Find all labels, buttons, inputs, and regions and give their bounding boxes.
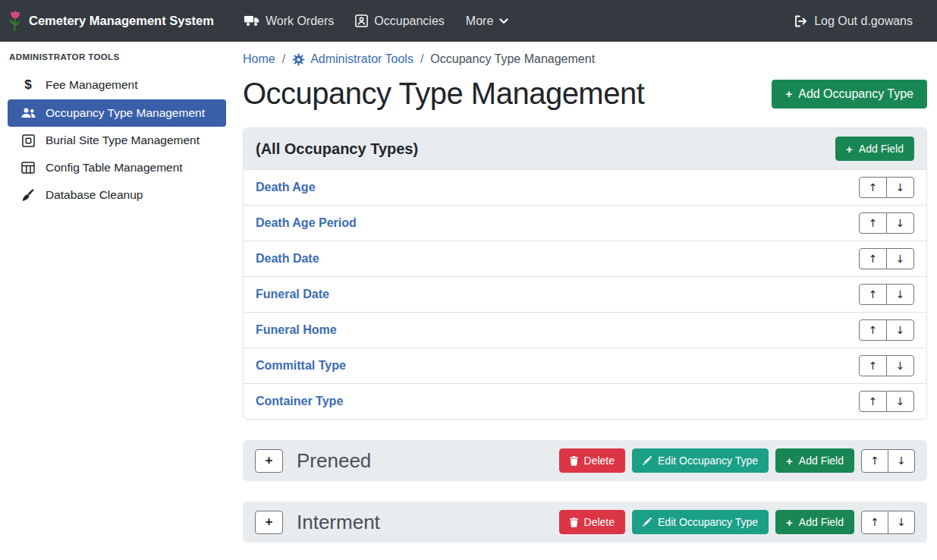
field-link-death-age-period[interactable]: Death Age Period bbox=[256, 216, 357, 230]
delete-label: Delete bbox=[584, 516, 615, 528]
occupancy-type-section-preneed: + Preneed Delete bbox=[243, 440, 927, 481]
add-field-button[interactable]: + Add Field bbox=[775, 448, 854, 473]
move-down-button[interactable]: ↓ bbox=[886, 248, 914, 269]
nav-occupancies[interactable]: Occupancies bbox=[344, 8, 455, 34]
sidebar-item-fee-management[interactable]: $ Fee Management bbox=[8, 71, 226, 99]
sidebar-item-burial-site-type-management[interactable]: Burial Site Type Management bbox=[8, 127, 226, 154]
reorder-group: ↑ ↓ bbox=[861, 449, 915, 473]
work-orders-truck-icon bbox=[244, 15, 259, 27]
reorder-group: ↑ ↓ bbox=[859, 391, 914, 412]
move-down-button[interactable]: ↓ bbox=[886, 391, 914, 412]
logout-link[interactable]: Log Out d.gowans bbox=[784, 8, 923, 34]
nav-more[interactable]: More bbox=[455, 8, 519, 34]
arrow-up-icon: ↑ bbox=[869, 395, 878, 407]
sidebar-item-label: Burial Site Type Management bbox=[46, 134, 200, 147]
field-row: Death Age Period ↑ ↓ bbox=[244, 205, 926, 241]
add-field-button[interactable]: + Add Field bbox=[835, 137, 914, 161]
edit-occupancy-type-button[interactable]: Edit Occupancy Type bbox=[632, 448, 769, 473]
move-up-button[interactable]: ↑ bbox=[861, 449, 888, 473]
move-down-button[interactable]: ↓ bbox=[886, 177, 914, 198]
reorder-group: ↑ ↓ bbox=[859, 177, 914, 198]
move-up-button[interactable]: ↑ bbox=[859, 177, 887, 198]
plus-icon: + bbox=[786, 455, 793, 467]
expand-section-button[interactable]: + bbox=[255, 449, 283, 473]
move-up-button[interactable]: ↑ bbox=[859, 355, 887, 376]
field-link-committal-type[interactable]: Committal Type bbox=[256, 359, 346, 373]
dollar-icon: $ bbox=[20, 77, 36, 93]
field-link-funeral-date[interactable]: Funeral Date bbox=[256, 288, 329, 301]
all-occupancy-types-header: (All Occupancy Types) + Add Field bbox=[244, 128, 926, 170]
occupancies-frame-icon bbox=[355, 14, 368, 27]
arrow-up-icon: ↑ bbox=[869, 360, 878, 372]
add-field-label: Add Field bbox=[799, 516, 844, 528]
move-down-button[interactable]: ↓ bbox=[886, 355, 914, 376]
plus-icon: + bbox=[266, 514, 273, 530]
add-occupancy-type-label: Add Occupancy Type bbox=[798, 87, 913, 101]
move-up-button[interactable]: ↑ bbox=[859, 319, 887, 341]
arrow-down-icon: ↓ bbox=[897, 455, 906, 467]
arrow-down-icon: ↓ bbox=[896, 288, 905, 300]
field-row: Funeral Home ↑ ↓ bbox=[244, 312, 926, 348]
main-content: Home / Administrator Tools bbox=[234, 42, 937, 560]
move-up-button[interactable]: ↑ bbox=[859, 391, 887, 412]
move-down-button[interactable]: ↓ bbox=[886, 284, 914, 305]
move-up-button[interactable]: ↑ bbox=[859, 284, 887, 305]
field-link-container-type[interactable]: Container Type bbox=[256, 395, 343, 408]
arrow-up-icon: ↑ bbox=[870, 516, 879, 528]
nav-work-orders-label: Work Orders bbox=[266, 14, 334, 28]
field-link-funeral-home[interactable]: Funeral Home bbox=[256, 323, 337, 337]
sidebar-item-occupancy-type-management[interactable]: Occupancy Type Management bbox=[8, 99, 226, 127]
move-down-button[interactable]: ↓ bbox=[888, 449, 915, 473]
add-field-button[interactable]: + Add Field bbox=[775, 510, 854, 534]
app-brand[interactable]: Cemetery Management System bbox=[8, 10, 214, 33]
field-link-death-age[interactable]: Death Age bbox=[256, 181, 316, 194]
arrow-down-icon: ↓ bbox=[896, 217, 905, 229]
breadcrumb-separator: / bbox=[282, 52, 285, 66]
delete-button[interactable]: Delete bbox=[559, 448, 625, 473]
sidebar-item-config-table-management[interactable]: Config Table Management bbox=[8, 154, 226, 181]
reorder-group: ↑ ↓ bbox=[859, 355, 914, 376]
users-icon bbox=[20, 108, 36, 118]
move-up-button[interactable]: ↑ bbox=[859, 212, 887, 234]
page-title: Occupancy Type Management bbox=[243, 77, 644, 111]
field-row: Committal Type ↑ ↓ bbox=[244, 348, 926, 383]
nav-occupancies-label: Occupancies bbox=[374, 14, 445, 28]
add-field-label: Add Field bbox=[859, 143, 904, 155]
gear-icon bbox=[292, 53, 305, 66]
arrow-up-icon: ↑ bbox=[870, 455, 879, 467]
move-down-button[interactable]: ↓ bbox=[888, 511, 915, 534]
sidebar-item-database-cleanup[interactable]: Database Cleanup bbox=[8, 181, 226, 209]
breadcrumb-home-link[interactable]: Home bbox=[243, 52, 275, 66]
arrow-up-icon: ↑ bbox=[869, 181, 878, 193]
top-navbar: Cemetery Management System Work Orders O… bbox=[0, 0, 937, 42]
frame-icon bbox=[20, 134, 36, 147]
logout-icon bbox=[794, 15, 808, 27]
nav-more-label: More bbox=[466, 14, 493, 28]
trash-icon bbox=[570, 456, 578, 466]
table-icon bbox=[20, 162, 36, 174]
move-up-button[interactable]: ↑ bbox=[859, 248, 887, 269]
breadcrumb-separator: / bbox=[420, 52, 423, 66]
move-down-button[interactable]: ↓ bbox=[886, 319, 914, 341]
move-up-button[interactable]: ↑ bbox=[861, 511, 888, 534]
add-occupancy-type-button[interactable]: + Add Occupancy Type bbox=[772, 80, 927, 109]
move-down-button[interactable]: ↓ bbox=[886, 212, 914, 234]
sidebar-item-label: Config Table Management bbox=[46, 161, 183, 175]
arrow-down-icon: ↓ bbox=[896, 253, 905, 265]
field-link-death-date[interactable]: Death Date bbox=[256, 252, 319, 266]
delete-button[interactable]: Delete bbox=[559, 510, 625, 534]
breadcrumb-current: Occupancy Type Management bbox=[430, 52, 595, 66]
reorder-group: ↑ ↓ bbox=[859, 319, 914, 341]
reorder-group: ↑ ↓ bbox=[859, 284, 914, 305]
sidebar-heading: ADMINISTRATOR TOOLS bbox=[0, 45, 234, 71]
occupancy-type-section-interment: + Interment Delete bbox=[243, 502, 927, 543]
plus-icon: + bbox=[785, 88, 792, 99]
arrow-down-icon: ↓ bbox=[896, 360, 905, 372]
nav-work-orders[interactable]: Work Orders bbox=[234, 8, 344, 34]
edit-occupancy-type-button[interactable]: Edit Occupancy Type bbox=[632, 510, 769, 534]
trash-icon bbox=[570, 518, 578, 527]
arrow-down-icon: ↓ bbox=[896, 181, 905, 193]
expand-section-button[interactable]: + bbox=[255, 511, 283, 534]
arrow-down-icon: ↓ bbox=[896, 395, 905, 407]
breadcrumb-admin-tools-link[interactable]: Administrator Tools bbox=[292, 52, 413, 66]
